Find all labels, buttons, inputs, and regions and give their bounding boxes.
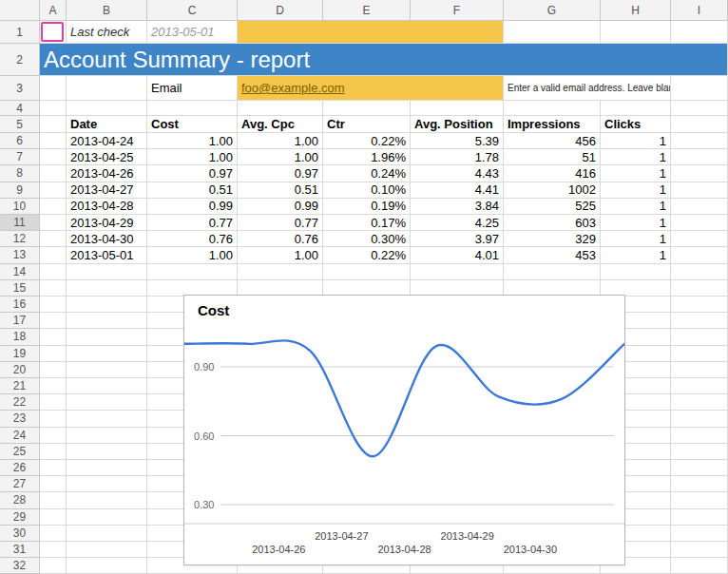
table-header[interactable]: Impressions [504, 116, 601, 133]
email-label[interactable]: Email [147, 76, 238, 101]
email-help-note[interactable]: Enter a valid email address. Leave blank… [504, 76, 671, 101]
row-header-16[interactable]: 16 [0, 297, 40, 313]
cell-a21[interactable] [40, 378, 67, 394]
table-cell[interactable]: 1 [601, 182, 671, 199]
report-title-banner[interactable]: Account Summary - report [40, 44, 728, 76]
table-cell[interactable]: 0.76 [147, 231, 238, 247]
cell-a27[interactable] [40, 476, 67, 492]
cell-h14[interactable] [601, 264, 671, 280]
table-header[interactable]: Avg. Cpc [238, 116, 323, 133]
cell-i32[interactable] [671, 558, 728, 574]
row-header-21[interactable]: 21 [0, 378, 40, 394]
table-row-date[interactable]: 2013-04-24 [67, 133, 147, 149]
row-header-29[interactable]: 29 [0, 509, 40, 526]
cell-a3[interactable] [40, 76, 67, 101]
table-cell[interactable]: 0.97 [238, 165, 323, 182]
cell-i5[interactable] [671, 116, 728, 133]
cell-i8[interactable] [671, 165, 728, 182]
email-input-cell[interactable]: foo@example.com [238, 76, 504, 101]
table-cell[interactable]: 0.76 [238, 231, 323, 247]
table-cell[interactable]: 0.30% [323, 231, 411, 247]
row-header-3[interactable]: 3 [0, 76, 40, 101]
cell-b25[interactable] [67, 444, 147, 460]
cell-a8[interactable] [40, 165, 67, 182]
table-cell[interactable]: 0.77 [147, 215, 238, 231]
cell-a10[interactable] [40, 199, 67, 215]
cell-i16[interactable] [671, 297, 728, 313]
cell-a32[interactable] [40, 558, 67, 574]
table-cell[interactable]: 329 [504, 231, 601, 247]
column-header-c[interactable]: C [147, 0, 238, 21]
cell-i4[interactable] [671, 101, 728, 116]
cell-b14[interactable] [67, 264, 147, 280]
row-header-10[interactable]: 10 [0, 199, 40, 215]
table-row-date[interactable]: 2013-04-27 [67, 182, 147, 199]
table-cell[interactable]: 1 [601, 247, 671, 263]
table-cell[interactable]: 4.41 [411, 182, 504, 199]
cell-i12[interactable] [671, 231, 728, 247]
cell-b17[interactable] [67, 313, 147, 329]
cell-i26[interactable] [671, 460, 728, 476]
table-cell[interactable]: 525 [504, 199, 601, 215]
cell-a7[interactable] [40, 149, 67, 165]
row-header-2[interactable]: 2 [0, 44, 40, 76]
cell-h1[interactable] [601, 21, 671, 44]
cell-d4[interactable] [238, 101, 323, 116]
cell-a17[interactable] [40, 313, 67, 329]
row-header-15[interactable]: 15 [0, 280, 40, 297]
table-row-date[interactable]: 2013-04-26 [67, 165, 147, 182]
table-cell[interactable]: 51 [504, 149, 601, 165]
row-header-31[interactable]: 31 [0, 542, 40, 558]
table-row-date[interactable]: 2013-04-25 [67, 149, 147, 165]
table-cell[interactable]: 0.17% [323, 215, 411, 231]
row-header-12[interactable]: 12 [0, 231, 40, 247]
cell-b30[interactable] [67, 526, 147, 542]
row-header-5[interactable]: 5 [0, 116, 40, 133]
table-header[interactable]: Clicks [601, 116, 671, 133]
cell-i25[interactable] [671, 444, 728, 460]
cell-i22[interactable] [671, 394, 728, 411]
cell-i21[interactable] [671, 378, 728, 394]
table-cell[interactable]: 1002 [504, 182, 601, 199]
table-cell[interactable]: 1.00 [238, 133, 323, 149]
cell-i6[interactable] [671, 133, 728, 149]
cell-f4[interactable] [411, 101, 504, 116]
row-header-28[interactable]: 28 [0, 492, 40, 508]
cell-i15[interactable] [671, 280, 728, 297]
cell-a24[interactable] [40, 428, 67, 444]
cell-a9[interactable] [40, 182, 67, 199]
cell-i14[interactable] [671, 264, 728, 280]
table-row-date[interactable]: 2013-04-28 [67, 199, 147, 215]
row-header-17[interactable]: 17 [0, 313, 40, 329]
row-header-4[interactable]: 4 [0, 101, 40, 116]
table-cell[interactable]: 0.24% [323, 165, 411, 182]
cell-b23[interactable] [67, 411, 147, 427]
cell-b27[interactable] [67, 476, 147, 492]
cell-c4[interactable] [147, 101, 238, 116]
cell-i27[interactable] [671, 476, 728, 492]
cell-b20[interactable] [67, 362, 147, 378]
cell-g4[interactable] [504, 101, 601, 116]
table-cell[interactable]: 4.01 [411, 247, 504, 263]
table-cell[interactable]: 453 [504, 247, 601, 263]
column-header-b[interactable]: B [67, 0, 147, 21]
table-cell[interactable]: 456 [504, 133, 601, 149]
row-header-22[interactable]: 22 [0, 394, 40, 411]
cell-b32[interactable] [67, 558, 147, 574]
table-row-date[interactable]: 2013-04-29 [67, 215, 147, 231]
table-cell[interactable]: 1.00 [147, 247, 238, 263]
row-header-24[interactable]: 24 [0, 428, 40, 444]
cell-b29[interactable] [67, 509, 147, 526]
row-header-23[interactable]: 23 [0, 411, 40, 427]
cell-b31[interactable] [67, 542, 147, 558]
table-cell[interactable]: 1 [601, 215, 671, 231]
cell-b22[interactable] [67, 394, 147, 411]
table-cell[interactable]: 1.00 [147, 149, 238, 165]
last-check-value[interactable]: 2013-05-01 [147, 21, 238, 44]
row-header-27[interactable]: 27 [0, 476, 40, 492]
cell-a11[interactable] [40, 215, 67, 231]
cell-b3[interactable] [67, 76, 147, 101]
cell-b18[interactable] [67, 329, 147, 345]
cell-a12[interactable] [40, 231, 67, 247]
cell-b16[interactable] [67, 297, 147, 313]
